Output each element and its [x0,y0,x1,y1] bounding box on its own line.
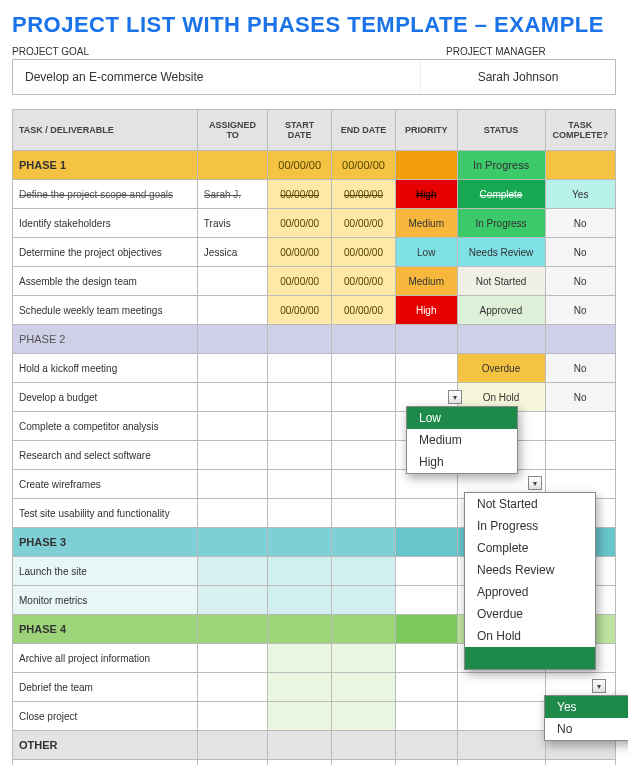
table-row: Complete a competitor analysis [13,412,616,441]
status-dropdown-menu[interactable]: Not Started In Progress Complete Needs R… [464,492,596,670]
menu-item[interactable]: Medium [407,429,517,451]
menu-item[interactable]: Complete [465,537,595,559]
menu-item[interactable]: Yes [545,696,628,718]
menu-item-blank[interactable] [465,647,595,669]
table-row: Determine the project objectives Jessica… [13,238,616,267]
col-end: END DATE [332,110,396,151]
table-row: Close project [13,702,616,731]
project-manager-field[interactable]: Sarah Johnson [421,60,615,94]
table-row: Research and select software [13,441,616,470]
menu-item[interactable]: High [407,451,517,473]
table-row: Identify stakeholders Travis 00/00/00 00… [13,209,616,238]
table-row: Develop a budget On Hold No [13,383,616,412]
col-priority: PRIORITY [395,110,457,151]
priority-dropdown-menu[interactable]: Low Medium High [406,406,518,474]
menu-item[interactable]: Not Started [465,493,595,515]
phase-row-other: OTHER [13,731,616,760]
dropdown-arrow-priority[interactable]: ▾ [448,390,462,404]
menu-item[interactable]: Overdue [465,603,595,625]
col-task: TASK / DELIVERABLE [13,110,198,151]
dropdown-arrow-status[interactable]: ▾ [528,476,542,490]
complete-dropdown-menu[interactable]: Yes No [544,695,628,741]
menu-item[interactable]: On Hold [465,625,595,647]
menu-item[interactable]: Low [407,407,517,429]
table-row: Debrief the team [13,673,616,702]
menu-item[interactable]: In Progress [465,515,595,537]
col-assigned: ASSIGNED TO [197,110,267,151]
table-row: Define the project scope and goals Sarah… [13,180,616,209]
label-project-goal: PROJECT GOAL [12,46,89,57]
phase-row-1: PHASE 1 00/00/00 00/00/00 In Progress [13,151,616,180]
table-row: Hold a kickoff meeting Overdue No [13,354,616,383]
table-row [13,760,616,766]
label-project-manager: PROJECT MANAGER [446,46,616,57]
phase-row-2: PHASE 2 [13,325,616,354]
menu-item[interactable]: Approved [465,581,595,603]
dropdown-arrow-complete[interactable]: ▾ [592,679,606,693]
page-title: PROJECT LIST WITH PHASES TEMPLATE – EXAM… [12,12,616,38]
phase-label: PHASE 1 [13,151,198,180]
col-start: START DATE [268,110,332,151]
col-status: STATUS [457,110,545,151]
table-row: Schedule weekly team meetings 00/00/00 0… [13,296,616,325]
project-goal-field[interactable]: Develop an E-commerce Website [13,60,421,94]
menu-item[interactable]: No [545,718,628,740]
table-row: Assemble the design team 00/00/00 00/00/… [13,267,616,296]
menu-item[interactable]: Needs Review [465,559,595,581]
col-complete: TASK COMPLETE? [545,110,615,151]
